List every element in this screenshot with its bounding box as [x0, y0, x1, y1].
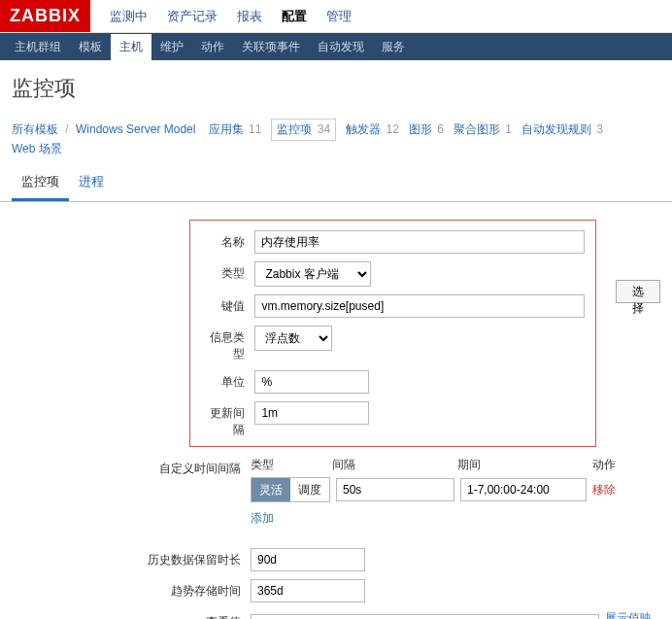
form: 名称 类型 Zabbix 客户端 键值 信息类型 浮点数 单位 [0, 220, 672, 619]
select-infotype[interactable]: 浮点数 [254, 326, 332, 351]
sched-add-link[interactable]: 添加 [251, 511, 274, 525]
sched-head-interval: 间隔 [332, 457, 457, 473]
breadcrumb-item[interactable]: 聚合图形 1 [454, 121, 512, 138]
sched-head-period: 期间 [457, 457, 592, 473]
select-showvalue[interactable]: 不变 [251, 614, 599, 619]
breadcrumb-item[interactable]: 应用集 11 [209, 121, 262, 138]
sched-head-action: 动作 [592, 457, 622, 473]
breadcrumb-item[interactable]: 监控项 34 [271, 119, 336, 141]
label-key: 键值 [200, 294, 254, 315]
input-trend[interactable] [251, 579, 365, 602]
label-infotype: 信息类型 [200, 326, 254, 362]
label-type: 类型 [200, 261, 254, 282]
input-interval[interactable] [254, 401, 369, 425]
select-type[interactable]: Zabbix 客户端 [254, 261, 371, 287]
subnav-item[interactable]: 动作 [192, 34, 233, 60]
sched-head-type: 类型 [251, 457, 332, 473]
sched-interval-input[interactable] [336, 478, 454, 501]
breadcrumb-item[interactable]: 触发器 12 [346, 121, 399, 138]
input-unit[interactable] [254, 370, 369, 394]
key-select-button[interactable]: 选择 [616, 280, 660, 303]
label-custom-interval: 自定义时间间隔 [12, 457, 251, 477]
top-nav: 监测中资产记录报表配置管理 [100, 0, 361, 33]
topnav-item[interactable]: 管理 [317, 0, 361, 33]
pill-flex[interactable]: 灵活 [252, 478, 290, 501]
topnav-item[interactable]: 资产记录 [157, 0, 227, 33]
logo: ZABBIX [0, 0, 90, 32]
topnav-item[interactable]: 监测中 [100, 0, 157, 33]
input-key[interactable] [254, 294, 585, 318]
breadcrumb-item[interactable]: 自动发现规则 3 [521, 121, 603, 138]
input-name[interactable] [254, 230, 585, 254]
label-interval: 更新间隔 [200, 401, 254, 438]
pill-sched[interactable]: 调度 [290, 478, 329, 501]
bc-all-templates[interactable]: 所有模板 [12, 122, 58, 136]
label-name: 名称 [200, 230, 254, 251]
topbar: ZABBIX 监测中资产记录报表配置管理 [0, 0, 672, 33]
subnav-item[interactable]: 模板 [70, 34, 111, 60]
bc-model[interactable]: Windows Server Model [76, 122, 195, 136]
tab-item[interactable]: 监控项 [12, 167, 69, 201]
breadcrumb-item[interactable]: Web 场景 [12, 141, 62, 157]
label-history: 历史数据保留时长 [12, 548, 251, 568]
tabs: 监控项进程 [0, 167, 672, 202]
subnav-item[interactable]: 关联项事件 [233, 34, 309, 60]
breadcrumb: 所有模板 / Windows Server Model 应用集 11监控项 34… [0, 119, 672, 167]
topnav-item[interactable]: 报表 [227, 0, 272, 33]
breadcrumb-item[interactable]: 图形 6 [409, 121, 444, 138]
subnav-item[interactable]: 主机 [111, 34, 151, 60]
label-unit: 单位 [200, 370, 254, 391]
link-valuemap[interactable]: 展示值映射 [605, 610, 660, 619]
sub-nav: 主机群组模板主机维护动作关联项事件自动发现服务 [0, 33, 672, 60]
bc-sep: / [65, 122, 68, 136]
subnav-item[interactable]: 主机群组 [6, 34, 70, 60]
sched-type-toggle[interactable]: 灵活 调度 [251, 477, 330, 502]
subnav-item[interactable]: 维护 [151, 34, 192, 60]
tab-item[interactable]: 进程 [69, 167, 114, 198]
topnav-item[interactable]: 配置 [272, 0, 317, 33]
sched-remove-link[interactable]: 移除 [592, 482, 616, 499]
subnav-item[interactable]: 自动发现 [309, 34, 373, 60]
label-showvalue: 查看值 [12, 610, 251, 619]
highlight-box: 名称 类型 Zabbix 客户端 键值 信息类型 浮点数 单位 [189, 220, 596, 447]
sched-period-input[interactable] [460, 478, 587, 501]
input-history[interactable] [251, 548, 365, 571]
page-title: 监控项 [0, 60, 672, 119]
label-trend: 趋势存储时间 [12, 579, 251, 600]
subnav-item[interactable]: 服务 [373, 34, 414, 60]
